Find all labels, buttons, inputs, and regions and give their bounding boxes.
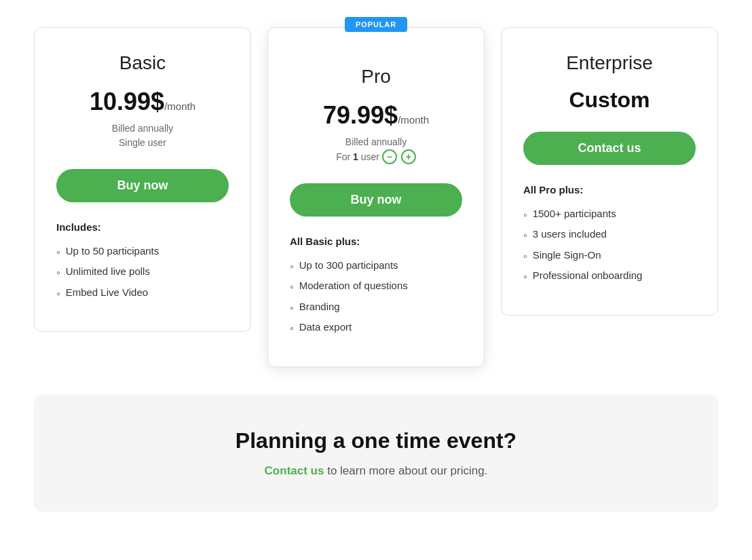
basic-card: Basic 10.99$/month Billed annually Singl… [34, 27, 251, 332]
pro-user-controls: − + [382, 149, 416, 164]
basic-billing-line1: Billed annually [112, 123, 173, 134]
basic-billing-line2: Single user [119, 137, 166, 148]
basic-price-period: /month [164, 100, 195, 112]
pro-price-period: /month [398, 114, 429, 126]
pro-price: 79.99$/month [290, 101, 462, 130]
basic-feature-3: Embed Live Video [56, 284, 229, 304]
enterprise-feature-1: 1500+ participants [523, 205, 696, 225]
pro-feature-4: Data export [290, 318, 462, 339]
enterprise-title: Enterprise [523, 52, 696, 74]
pro-decrement-button[interactable]: − [382, 149, 397, 164]
pro-billing-line1: Billed annually [345, 136, 407, 147]
basic-title: Basic [56, 52, 229, 74]
basic-buy-button[interactable]: Buy now [56, 169, 229, 202]
pro-price-amount: 79.99$ [323, 101, 398, 129]
enterprise-feature-3: Single Sign-On [523, 246, 696, 267]
bottom-section: Planning a one time event? Contact us to… [34, 394, 718, 512]
pro-feature-3: Branding [290, 298, 462, 318]
pro-title: Pro [290, 66, 462, 88]
basic-feature-1: Up to 50 participants [56, 242, 229, 263]
basic-features-header: Includes: [56, 221, 229, 233]
pro-feature-2: Moderation of questions [290, 277, 462, 297]
enterprise-feature-2: 3 users included [523, 225, 696, 246]
bottom-description: to learn more about our pricing. [324, 464, 487, 477]
enterprise-features-header: All Pro plus: [523, 184, 696, 195]
basic-features-list: Up to 50 participants Unlimited live pol… [56, 242, 229, 304]
basic-price: 10.99$/month [56, 88, 229, 116]
pro-feature-1: Up to 300 participants [290, 257, 462, 277]
bottom-contact-link[interactable]: Contact us [265, 464, 324, 477]
pro-card: POPULAR Pro 79.99$/month Billed annually… [267, 27, 485, 367]
bottom-title: Planning a one time event? [61, 428, 691, 453]
pro-user-count: 1 [353, 151, 358, 162]
popular-badge: POPULAR [345, 17, 407, 32]
pro-increment-button[interactable]: + [401, 149, 416, 164]
pro-buy-button[interactable]: Buy now [290, 183, 462, 217]
enterprise-feature-4: Professional onboarding [523, 267, 696, 287]
enterprise-card: Enterprise Custom Contact us All Pro plu… [501, 27, 718, 316]
pro-user-label: user [361, 151, 379, 162]
enterprise-price: Custom [523, 88, 696, 113]
pro-billing-for: For [336, 151, 350, 162]
basic-billing: Billed annually Single user [56, 122, 229, 150]
pro-billing: Billed annually For 1 user − + [290, 135, 462, 164]
basic-price-amount: 10.99$ [90, 88, 164, 115]
pro-features-header: All Basic plus: [290, 236, 462, 247]
basic-feature-2: Unlimited live polls [56, 263, 229, 283]
enterprise-contact-button[interactable]: Contact us [523, 132, 696, 165]
bottom-text: Contact us to learn more about our prici… [61, 464, 691, 478]
pro-features-list: Up to 300 participants Moderation of que… [290, 257, 462, 339]
enterprise-features-list: 1500+ participants 3 users included Sing… [523, 205, 696, 288]
